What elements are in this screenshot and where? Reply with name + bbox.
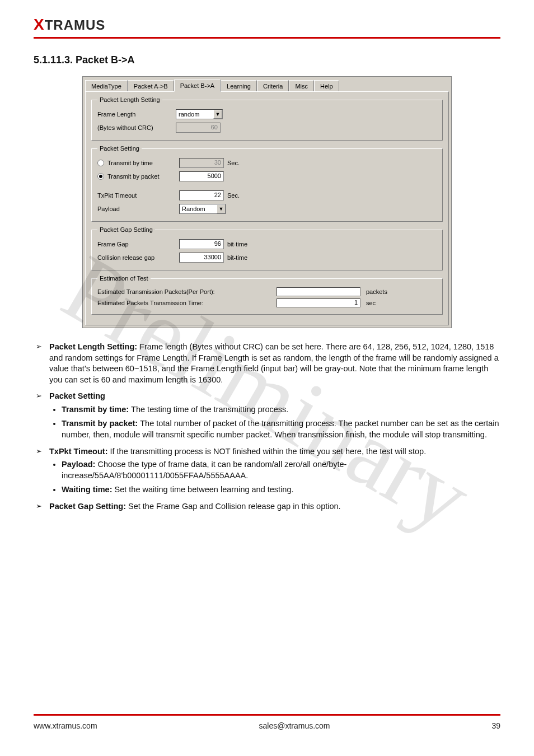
bullet-body: If the transmitting process is NOT finis… (110, 447, 427, 456)
logo-x: X (34, 16, 45, 33)
footer-right: 39 (491, 721, 500, 730)
txpkt-timeout-unit: Sec. (227, 192, 240, 199)
group-estimation: Estimation of Test Estimated Transmissio… (91, 275, 443, 315)
chevron-down-icon[interactable]: ▼ (213, 110, 222, 119)
tab-label: Learning (227, 83, 251, 90)
bullet-packet-length: Packet Length Setting: Frame length (Byt… (34, 342, 500, 385)
transmit-by-packet-radio[interactable] (97, 173, 104, 180)
est-time-value: 1 (277, 298, 360, 307)
est-packets-unit: packets (366, 288, 387, 295)
group-legend: Packet Setting (97, 145, 142, 152)
sub-body: Set the waiting time between learning an… (115, 485, 294, 494)
page-footer: www.xtramus.com sales@xtramus.com 39 (34, 721, 500, 730)
header-rule (34, 37, 500, 39)
payload-select[interactable]: Random ▼ (179, 204, 226, 214)
tab-label: Misc (295, 83, 308, 90)
transmit-by-time-label: Transmit by time (107, 160, 179, 166)
bytes-without-crc-label: (Bytes without CRC) (97, 124, 176, 131)
est-packets-label: Estimated Transmission Packets(Per Port)… (97, 288, 277, 295)
settings-dialog: MediaType Packet A->B Packet B->A Learni… (82, 76, 452, 328)
sub-body: Choose the type of frame data, it can be… (62, 460, 346, 480)
group-legend: Packet Gap Setting (97, 226, 155, 233)
tab-help[interactable]: Help (314, 80, 339, 92)
footer-center: sales@xtramus.com (259, 721, 330, 730)
tab-label: MediaType (91, 83, 121, 90)
frame-length-label: Frame Length (97, 111, 176, 118)
transmit-by-packet-label: Transmit by packet (107, 173, 179, 180)
tab-body: Packet Length Setting Frame Length rando… (85, 91, 449, 325)
frame-gap-input[interactable]: 96 (179, 239, 224, 249)
payload-label: Payload (97, 206, 179, 212)
group-packet-length: Packet Length Setting Frame Length rando… (91, 96, 443, 141)
bullet-body: Set the Frame Gap and Collision release … (128, 502, 341, 511)
group-legend: Packet Length Setting (97, 96, 162, 103)
sub-head: Transmit by packet: (62, 419, 140, 428)
est-time-unit: sec (366, 300, 376, 306)
txpkt-timeout-input[interactable]: 22 (179, 190, 224, 200)
brand-logo: XTRAMUS (34, 16, 500, 34)
tab-label: Packet B->A (180, 82, 214, 89)
tab-label: Packet A->B (134, 83, 168, 90)
sub-payload: Payload: Choose the type of frame data, … (62, 459, 500, 481)
tab-misc[interactable]: Misc (289, 80, 314, 92)
group-legend: Estimation of Test (97, 275, 151, 282)
chevron-down-icon[interactable]: ▼ (217, 204, 226, 213)
est-packets-value (277, 287, 360, 296)
collision-gap-input[interactable]: 33000 (179, 253, 224, 263)
tab-strip: MediaType Packet A->B Packet B->A Learni… (83, 77, 451, 91)
sub-body: The testing time of the transmitting pro… (131, 405, 288, 414)
sub-waiting-time: Waiting time: Set the waiting time betwe… (62, 484, 500, 496)
footer-left: www.xtramus.com (34, 721, 97, 730)
footer-rule (34, 714, 500, 716)
frame-gap-label: Frame Gap (97, 241, 179, 248)
bullet-packet-setting: Packet Setting Transmit by time: The tes… (34, 391, 500, 440)
tab-label: Help (320, 83, 333, 90)
tab-packet-ba[interactable]: Packet B->A (174, 80, 221, 92)
logo-rest: TRAMUS (45, 17, 106, 32)
bytes-without-crc-input: 60 (176, 123, 221, 133)
bullet-head: TxPkt Timeout: (49, 447, 110, 456)
tab-criteria[interactable]: Criteria (257, 80, 289, 92)
collision-gap-unit: bit-time (227, 254, 247, 261)
tab-packet-ab[interactable]: Packet A->B (128, 80, 174, 92)
group-packet-gap: Packet Gap Setting Frame Gap 96 bit-time… (91, 226, 443, 270)
description-text: Packet Length Setting: Frame length (Byt… (34, 342, 500, 512)
section-title: 5.1.11.3. Packet B->A (34, 54, 500, 66)
bullet-head: Packet Length Setting: (49, 342, 139, 351)
frame-length-value: random (176, 110, 213, 118)
sub-head: Waiting time: (62, 485, 115, 494)
tab-learning[interactable]: Learning (221, 80, 257, 92)
transmit-by-time-unit: Sec. (227, 160, 240, 166)
transmit-by-time-input: 30 (179, 158, 224, 168)
tab-mediatype[interactable]: MediaType (85, 80, 128, 92)
bullet-head: Packet Setting (49, 391, 105, 400)
transmit-by-time-radio[interactable] (97, 160, 104, 166)
collision-gap-label: Collision release gap (97, 254, 179, 261)
sub-head: Payload: (62, 460, 97, 469)
sub-head: Transmit by time: (62, 405, 131, 414)
bullet-head: Packet Gap Setting: (49, 502, 128, 511)
txpkt-timeout-label: TxPkt Timeout (97, 192, 179, 199)
group-packet-setting: Packet Setting Transmit by time 30 Sec. … (91, 145, 443, 222)
payload-value: Random (180, 205, 217, 213)
frame-gap-unit: bit-time (227, 241, 247, 248)
sub-transmit-by-packet: Transmit by packet: The total number of … (62, 418, 500, 440)
transmit-by-packet-input[interactable]: 5000 (179, 171, 224, 181)
bullet-txpkt-timeout: TxPkt Timeout: If the transmitting proce… (34, 446, 500, 496)
tab-label: Criteria (263, 83, 283, 90)
frame-length-select[interactable]: random ▼ (176, 109, 223, 119)
sub-transmit-by-time: Transmit by time: The testing time of th… (62, 404, 500, 416)
bullet-packet-gap: Packet Gap Setting: Set the Frame Gap an… (34, 501, 500, 512)
est-time-label: Estimated Packets Transmission Time: (97, 300, 277, 306)
